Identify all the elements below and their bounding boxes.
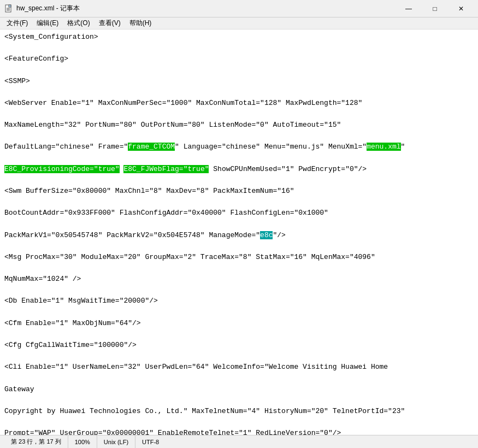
zoom-level: 100% — [68, 435, 97, 448]
encoding: UTF-8 — [135, 435, 166, 448]
editor-content[interactable]: <System_Configuration> <FeatureConfig> <… — [0, 30, 478, 435]
menu-bar: 文件(F) 编辑(E) 格式(O) 查看(V) 帮助(H) — [0, 17, 478, 30]
menu-format[interactable]: 格式(O) — [63, 17, 94, 29]
line-ending: Unix (LF) — [97, 435, 135, 448]
window-controls: — □ ✕ — [396, 0, 474, 17]
close-button[interactable]: ✕ — [449, 0, 474, 17]
title-bar: hw_spec.xml - 记事本 — □ ✕ — [0, 0, 478, 17]
menu-file[interactable]: 文件(F) — [2, 17, 32, 29]
cursor-position: 第 23 行，第 17 列 — [4, 435, 68, 448]
menu-view[interactable]: 查看(V) — [95, 17, 125, 29]
window-title: hw_spec.xml - 记事本 — [16, 4, 396, 13]
minimize-button[interactable]: — — [396, 0, 421, 17]
app-icon — [4, 4, 13, 13]
svg-rect-1 — [9, 5, 11, 7]
menu-edit[interactable]: 编辑(E) — [32, 17, 63, 29]
maximize-button[interactable]: □ — [422, 0, 447, 17]
menu-help[interactable]: 帮助(H) — [125, 17, 156, 29]
status-bar: 第 23 行，第 17 列 100% Unix (LF) UTF-8 — [0, 435, 478, 448]
